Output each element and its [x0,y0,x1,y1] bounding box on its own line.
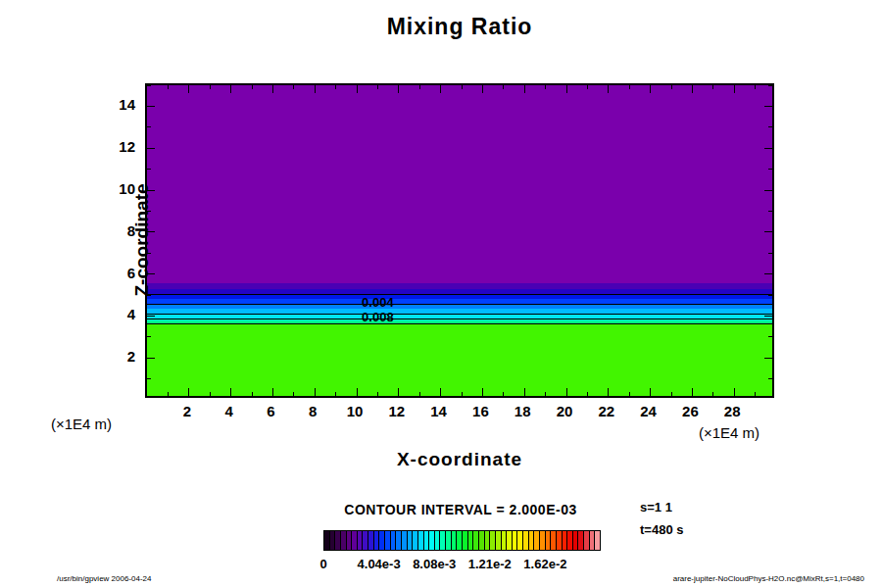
z-tick-label: 4 [94,306,135,322]
x-tick-label: 2 [183,403,191,419]
z-axis-tick [768,253,772,254]
x-axis-tick [168,85,169,89]
contour-label: 0.004 [362,296,394,309]
contour-line [147,304,772,305]
z-axis-tick [764,231,772,232]
footer-dataset-text: arare-jupiter-NoCloudPhys-H2O.nc@MixRt,s… [673,574,864,583]
z-axis-tick [764,316,772,317]
x-axis-tick [671,392,672,396]
chart-title: Mixing Ratio [146,14,773,40]
x-axis-tick [671,85,672,89]
x-axis-tick [230,85,231,93]
x-tick-label: 20 [557,403,573,419]
z-axis-tick [147,85,151,86]
x-axis-tick [545,85,546,89]
colorbar-tick-label: 1.21e-2 [468,557,512,571]
x-axis-tick [419,85,420,89]
z-axis-tick [764,106,772,107]
z-axis-tick [768,211,772,212]
x-axis-tick [566,85,567,93]
contour-line [147,314,772,315]
contour-label: 0.008 [362,311,394,323]
x-axis-tick [398,388,399,396]
x-axis-tick [252,85,253,89]
z-axis-tick [768,85,772,86]
x-tick-label: 22 [598,403,614,419]
z-axis-tick [147,126,151,127]
x-axis-tick [210,85,211,89]
x-axis-tick [230,388,231,396]
x-axis-tick [692,85,693,93]
x-axis-tick [482,388,483,396]
x-axis-tick [357,388,358,396]
contour-line [147,294,772,295]
x-axis-tick [692,388,693,396]
x-axis-tick [168,392,169,396]
x-tick-label: 10 [347,403,364,419]
z-tick-label: 14 [94,96,135,113]
x-axis-tick [335,85,336,89]
x-axis-tick [629,392,630,396]
x-axis-tick [712,85,713,89]
colorbar-cell [595,531,600,550]
x-tick-label: 12 [388,403,405,419]
x-axis-tick [293,85,294,89]
plot-area: 0.0040.008 [145,83,774,398]
x-axis-tick [629,85,630,89]
legend-step-text: s=1 1 [640,500,672,514]
z-tick-label: 10 [94,180,135,197]
z-axis-tick [764,148,772,149]
x-tick-label: 4 [224,403,232,419]
contour-interval-label: CONTOUR INTERVAL = 2.000E-03 [265,502,657,517]
x-axis-tick [377,85,378,89]
z-tick-label: 6 [94,264,135,280]
x-axis-tick [335,392,336,396]
x-axis-tick [608,85,609,93]
z-axis-tick [764,273,772,274]
x-axis-tick [252,392,253,396]
z-axis-tick [764,358,772,359]
x-axis-tick [188,388,189,396]
contour-line [147,323,772,324]
x-axis-tick [503,85,504,89]
x-axis-tick [377,392,378,396]
x-axis-tick [440,85,441,93]
footer-command-text: /usr/bin/gpview 2006-04-24 [57,574,152,583]
x-tick-label: 28 [724,403,741,419]
x-axis-tick [419,392,420,396]
x-axis-tick [545,392,546,396]
colorbar-tick-label: 8.08e-3 [413,557,456,571]
x-axis-tick [608,388,609,396]
x-axis-tick [398,85,399,93]
x-axis-tick [315,388,316,396]
z-axis-tick [764,190,772,191]
x-tick-label: 26 [682,403,699,419]
z-axis-label: Z-coordinate [49,147,235,333]
x-axis-tick [650,85,651,93]
z-tick-label: 12 [94,138,135,155]
z-axis-tick [147,358,155,359]
z-axis-tick [768,378,772,379]
legend-time-text: t=480 s [640,522,683,537]
x-axis-label: X-coordinate [146,449,773,470]
x-axis-tick [272,85,273,93]
x-axis-tick [462,85,463,89]
x-axis-tick [357,85,358,93]
colorbar-tick-label: 4.04e-3 [358,557,401,571]
x-axis-tick [210,392,211,396]
x-axis-tick [524,388,525,396]
contour-line [147,318,772,319]
x-axis-tick [440,388,441,396]
z-axis-tick [147,106,155,107]
x-axis-tick [755,392,756,396]
x-axis-tick [734,85,735,93]
x-axis-tick [293,392,294,396]
z-axis-tick [768,295,772,296]
x-axis-tick [587,85,588,89]
x-axis-tick [566,388,567,396]
x-axis-tick [755,85,756,89]
x-tick-label: 16 [472,403,489,419]
x-axis-tick [272,388,273,396]
x-tick-label: 8 [309,403,317,419]
x-axis-tick [188,85,189,93]
